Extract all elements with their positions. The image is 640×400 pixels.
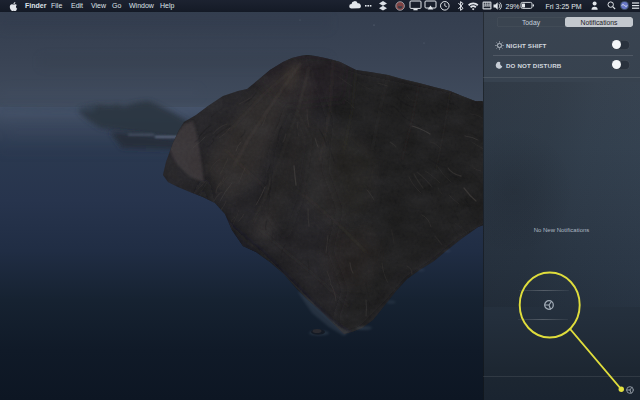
svg-text:Fri 3:25 PM: Fri 3:25 PM <box>546 3 582 10</box>
svg-text:29%: 29% <box>506 3 520 10</box>
